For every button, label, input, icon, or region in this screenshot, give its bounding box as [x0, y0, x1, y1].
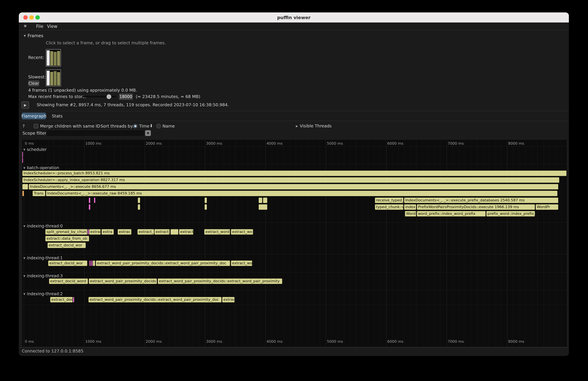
scope-bar[interactable]: extract [179, 229, 193, 235]
scope-bar[interactable]: receive_typed_ [375, 198, 403, 203]
frame-thumb-bar[interactable] [54, 71, 57, 85]
thread-header-indexing-thread-1[interactable]: ▼indexing-thread:1 [23, 255, 63, 260]
scope-bar[interactable]: WordPr [536, 204, 558, 210]
slowest-thumbs[interactable] [46, 69, 61, 86]
sort-name-label[interactable]: Name [162, 124, 175, 129]
scope-bar[interactable]: extrac [222, 297, 235, 302]
sort-time-radio[interactable] [133, 124, 138, 128]
frame-thumb-bar[interactable] [57, 72, 60, 85]
sort-time-label[interactable]: Time [139, 124, 149, 129]
scope-bar[interactable] [205, 198, 207, 203]
sort-direction-icon[interactable]: ⬇ [149, 123, 153, 128]
scope-bar[interactable]: extract_doc [50, 297, 73, 302]
thread-separator [22, 254, 567, 254]
scope-bar[interactable] [22, 191, 24, 196]
scope-bar[interactable]: typed_chunk::w [375, 204, 403, 210]
scope-bar[interactable] [138, 204, 140, 210]
scope-bar[interactable]: IndexDocuments<_, _>::execute_prefix_dat… [404, 198, 558, 203]
collapse-icon: ▼ [23, 225, 25, 228]
thread-header-indexing-thread-3[interactable]: ▼indexing-thread:3 [23, 274, 63, 278]
scope-bar[interactable]: IndexDocuments<_, _>::execute 8656.677 m… [29, 184, 558, 190]
scope-bar[interactable] [89, 260, 91, 266]
flamegraph-canvas[interactable]: 0 ms0 ms1000 ms1000 ms2000 ms2000 ms3000… [22, 139, 567, 347]
recent-thumbs[interactable] [46, 49, 61, 66]
scope-filter-clear-button[interactable]: ✖ [145, 130, 151, 136]
scope-bar[interactable]: extract_docid_wor [47, 243, 86, 248]
theme-toggle-icon[interactable]: ✳ [23, 24, 27, 28]
scope-bar[interactable]: IndexScheduler>::process_batch 8953.821 … [22, 170, 567, 176]
scope-bar[interactable]: extract [89, 229, 101, 235]
zoom-window-button[interactable] [35, 15, 40, 20]
scope-bar[interactable] [73, 297, 74, 302]
scope-bar[interactable]: IndexScheduler>::apply_index_operation 8… [22, 177, 559, 183]
help-button[interactable]: ? [22, 124, 25, 129]
scope-bar[interactable] [259, 204, 267, 210]
scope-bar[interactable] [263, 198, 267, 203]
tab-flamegraph[interactable]: Flamegraph [22, 113, 46, 119]
scope-bar[interactable]: extract_word_pair_proximity_docids::extr… [88, 297, 222, 302]
scope-bar[interactable]: extra [102, 229, 114, 235]
scope-bar[interactable]: Word [405, 211, 416, 216]
scope-bar[interactable]: extract_ [137, 229, 154, 235]
scope-bar[interactable]: extract_wo [231, 229, 253, 235]
play-button[interactable]: ▶ [21, 101, 29, 109]
merge-children-label[interactable]: Merge children with same ID [40, 124, 100, 129]
menu-file[interactable]: File [36, 24, 43, 29]
scope-bar[interactable]: extract::data_from_ob [45, 236, 89, 241]
frames-section-header[interactable]: ▼ Frames [24, 33, 43, 38]
scope-bar[interactable]: extract_word_pair_proximity_docids [89, 278, 157, 284]
scope-bar[interactable] [22, 157, 23, 163]
minimize-window-button[interactable] [29, 15, 34, 20]
frame-thumb-bar[interactable] [47, 71, 50, 85]
scope-bar[interactable] [89, 198, 90, 203]
frame-thumb-bar[interactable] [47, 50, 50, 66]
close-window-button[interactable] [23, 15, 28, 20]
axis-label: 2000 ms [146, 339, 162, 344]
axis-label: 4000 ms [267, 339, 283, 344]
scope-bar[interactable] [170, 229, 178, 235]
scope-bar[interactable]: extract_wo [231, 260, 252, 266]
scope-bar[interactable] [93, 260, 95, 266]
frame-thumb-bar[interactable] [54, 52, 57, 66]
thread-header-scheduler[interactable]: ▼scheduler [23, 147, 47, 152]
menu-view[interactable]: View [47, 24, 57, 29]
sort-name-radio[interactable] [156, 124, 161, 128]
tab-stats[interactable]: Stats [52, 113, 63, 119]
scope-bar[interactable] [205, 204, 207, 210]
scope-bar[interactable]: extract_ [154, 229, 170, 235]
scope-bar[interactable] [22, 152, 23, 157]
scope-bar[interactable]: extract_docid_word [49, 278, 88, 284]
merge-children-checkbox[interactable] [34, 124, 38, 128]
scope-bar[interactable]: PrefixWordPairsProximityDocids::execute … [417, 204, 535, 210]
scope-bar[interactable]: IndexDocuments<_, _>::execute_raw 8459.1… [46, 191, 557, 196]
scope-bar[interactable] [138, 198, 140, 203]
frame-thumb-bar[interactable] [50, 51, 53, 66]
clear-button[interactable]: Clear [28, 81, 39, 86]
scope-bar[interactable] [259, 198, 262, 203]
frame-thumb-bar[interactable] [50, 72, 53, 85]
scope-bar[interactable] [22, 184, 28, 190]
scope-bar[interactable]: prefix_word::index_prefix_wo [486, 211, 535, 216]
scope-bar[interactable]: Trans [33, 191, 45, 196]
thread-header-indexing-thread-0[interactable]: ▼indexing-thread:0 [23, 224, 63, 229]
scope-bar[interactable]: extract_word [204, 229, 230, 235]
visible-threads-toggle[interactable]: ▶ Visible Threads [296, 124, 332, 128]
scope-bar[interactable]: word_prefix::index_word_prefix [417, 211, 486, 216]
scope-bar[interactable] [89, 204, 90, 210]
frame-thumb-bar[interactable] [57, 51, 60, 66]
scope-bar[interactable]: split_grenad_by_chun [45, 229, 87, 235]
scope-bar[interactable]: extract_word_pair_proximity_docids::extr… [96, 260, 230, 266]
scope-bar[interactable]: extrac [118, 229, 131, 235]
thread-header-indexing-thread-2[interactable]: ▼indexing-thread:2 [23, 291, 63, 296]
scope-bar[interactable]: extract_docid_wor [48, 260, 87, 266]
scope-bar[interactable] [94, 198, 95, 203]
scope-filter-input[interactable] [46, 130, 145, 136]
scope-bar[interactable] [91, 260, 92, 266]
max-frames-slider-handle[interactable] [106, 94, 111, 99]
max-frames-value[interactable]: 18000 [119, 93, 133, 100]
thread-header-batch-operation[interactable]: ▼batch-operation [23, 165, 59, 170]
scope-bar[interactable]: extract_word_pair_proximity_docids::extr… [158, 278, 282, 284]
scope-bar[interactable] [88, 229, 89, 235]
axis-label: 5000 ms [327, 339, 343, 344]
scope-bar[interactable]: index [404, 204, 416, 210]
